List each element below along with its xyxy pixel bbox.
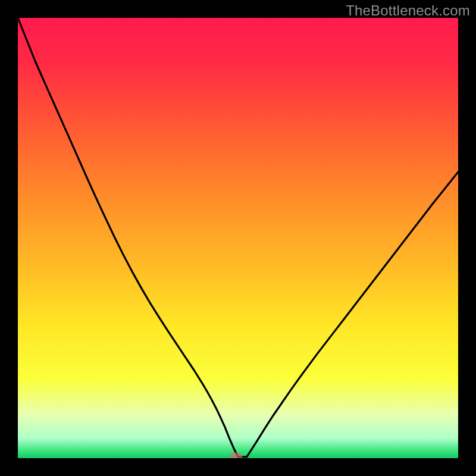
chart-frame: TheBottleneck.com xyxy=(0,0,476,476)
watermark-text: TheBottleneck.com xyxy=(346,2,470,19)
plot-area xyxy=(18,18,458,458)
plot-svg xyxy=(18,18,458,458)
gradient-rect xyxy=(18,18,458,458)
